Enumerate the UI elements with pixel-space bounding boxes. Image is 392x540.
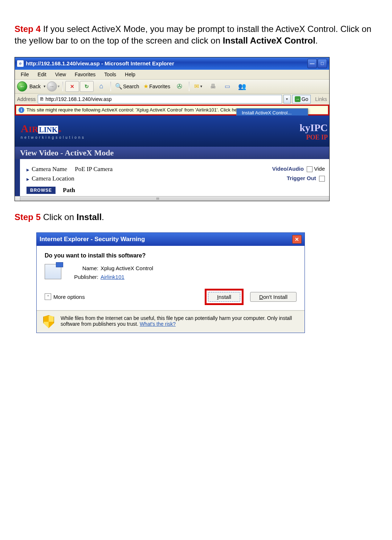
step4-label: Step 4 [15,24,41,34]
header-right-text: kyIPC POE IP [299,122,328,141]
mail-button[interactable]: ✉▼ [192,81,205,92]
step4-paragraph: Step 4 If you select ActiveX Mode, you m… [15,23,377,47]
menu-view[interactable]: View [51,70,70,78]
video-audio-option: Video/Audio Vide [272,166,325,172]
dont-install-button[interactable]: Don't Install [250,292,297,302]
address-dropdown[interactable]: ▾ [283,95,291,103]
webpage-body: Video/Audio Vide ▶ Camera Name PoE IP Ca… [15,159,329,196]
camera-location-label: Camera Location [32,175,74,182]
name-label: Name: [68,264,98,273]
software-name: Xplug ActiveX Control [101,265,153,271]
bullet-icon: ▶ [26,177,29,181]
dialog-body: Do you want to install this software? Na… [37,246,305,310]
dialog-title-text: Internet Explorer - Security Warning [40,236,145,243]
security-warning-dialog: Internet Explorer - Security Warning ✕ D… [36,232,305,333]
airlink-logo: AIRLINK₊ [21,122,84,135]
dialog-titlebar: Internet Explorer - Security Warning ✕ [37,233,305,246]
software-details: Name:Xplug ActiveX Control Publisher:Air… [68,264,153,281]
back-button[interactable]: ← Back ▼ [17,81,46,92]
toolbar: ← Back ▼ → ▼ ✕ ↻ ⌂ 🔍 Search ★ Favorites … [15,80,329,94]
dialog-close-button[interactable]: ✕ [292,235,302,244]
step5-period: . [102,212,104,222]
webpage-header: AIRLINK₊ n e t w o r k i n g s o l u t i… [15,115,329,147]
favorites-button[interactable]: ★ Favorites [142,81,172,92]
step5-text: Click on [41,212,77,222]
address-field[interactable]: 🖹 http://192.168.1.240/view.asp [38,95,282,103]
step4-period: . [315,36,318,45]
home-button[interactable]: ⌂ [94,81,108,92]
forward-button[interactable]: → [47,81,57,92]
dialog-footer: While files from the Internet can be use… [37,310,305,333]
dialog-question: Do you want to install this software? [45,252,297,259]
maximize-button[interactable]: □ [318,59,327,68]
ie-icon: e [17,60,24,67]
bullet-icon: ▶ [26,168,29,172]
search-icon: 🔍 [115,83,122,90]
ie-title-text: http://192.168.1.240/view.asp - Microsof… [26,60,174,66]
video-audio-checkbox[interactable] [307,166,313,172]
minimize-button[interactable]: — [307,59,317,68]
back-icon: ← [17,81,27,92]
ie-window-screenshot: e http://192.168.1.240/view.asp - Micros… [15,57,330,201]
publisher-link[interactable]: Airlink101 [101,274,124,280]
footer-warning-text: While files from the Internet can be use… [61,315,298,327]
step4-bold: Install ActiveX Control [223,36,315,45]
file-icon [45,264,61,279]
more-options[interactable]: ˅ More options [45,293,85,300]
shield-icon [43,315,54,328]
address-value: http://192.168.1.240/view.asp [45,96,111,102]
refresh-button[interactable]: ↻ [80,81,94,92]
menu-edit[interactable]: Edit [33,70,51,78]
star-icon: ★ [143,83,148,90]
install-button[interactable]: Install [208,292,240,302]
address-label: Address [17,96,36,102]
install-highlight: Install [205,289,244,305]
search-button[interactable]: 🔍 Search [113,81,141,92]
trigger-out-option: Trigger Out [287,175,325,182]
publisher-label: Publisher: [68,273,98,281]
step5-paragraph: Step 5 Click on Install. [15,212,377,222]
path-label: Path [63,187,75,194]
go-arrow-icon: → [295,96,301,102]
infobar-text: This site might require the following Ac… [26,107,264,113]
stop-button[interactable]: ✕ [65,81,79,92]
step5-label: Step 5 [15,212,41,222]
trigger-out-checkbox[interactable] [319,176,325,182]
camera-name-label: Camera Name [32,166,67,172]
camera-name-value: PoE IP Camera [75,166,113,172]
address-bar: Address 🖹 http://192.168.1.240/view.asp … [15,94,329,105]
ie-titlebar: e http://192.168.1.240/view.asp - Micros… [15,57,329,70]
menubar: File Edit View Favorites Tools Help [15,70,329,80]
page-icon: 🖹 [40,97,44,102]
horizontal-scrollbar[interactable] [15,196,329,201]
whats-the-risk-link[interactable]: What's the risk? [140,321,176,327]
menu-tools[interactable]: Tools [100,70,121,78]
step4-text: If you select ActiveX Mode, you may be p… [15,24,371,45]
step5-bold: Install [77,212,102,222]
go-button[interactable]: → Go [292,95,311,103]
print-button[interactable]: 🖶 [206,81,220,92]
media-button[interactable]: ✇ [173,81,187,92]
airlink-slogan: n e t w o r k i n g s o l u t i o n s [21,135,84,139]
browse-button[interactable]: BROWSE [26,187,56,194]
links-label[interactable]: Links [315,96,327,102]
messenger-button[interactable]: 👥 [235,81,249,92]
menu-favorites[interactable]: Favorites [70,70,100,78]
expand-icon: ˅ [45,293,51,300]
page-subtitle: View Video - ActiveX Mode [15,147,329,159]
info-icon: i [19,107,24,113]
menu-help[interactable]: Help [121,70,140,78]
edit-button[interactable]: ▭ [221,81,234,92]
menu-file[interactable]: File [16,70,33,78]
